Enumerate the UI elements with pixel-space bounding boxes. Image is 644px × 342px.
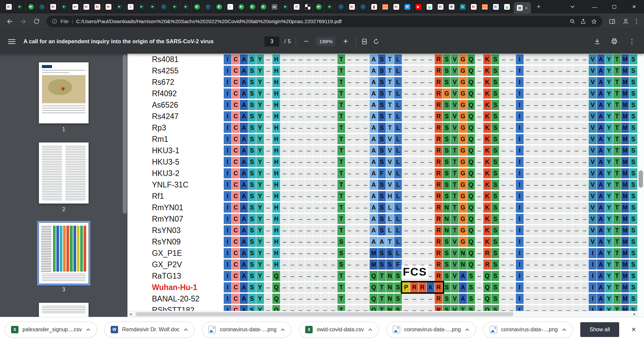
zoom-in-button[interactable]: + bbox=[341, 37, 351, 46]
browser-tab[interactable] bbox=[302, 2, 313, 12]
browser-tab[interactable]: ▶ bbox=[59, 2, 70, 12]
browser-tab[interactable]: B! bbox=[92, 2, 103, 12]
browser-tab[interactable]: Y! bbox=[291, 2, 302, 12]
bookmark-star-icon[interactable] bbox=[591, 18, 597, 24]
browser-tab[interactable]: ▶ bbox=[413, 2, 424, 12]
browser-tab[interactable]: ▶ bbox=[192, 2, 203, 12]
page-thumbnail-partial[interactable] bbox=[39, 303, 89, 317]
fit-page-icon[interactable] bbox=[361, 38, 368, 45]
browser-tab[interactable]: ▶ bbox=[258, 2, 269, 12]
browser-tab[interactable]: ▶ bbox=[247, 2, 258, 12]
scroll-right-icon[interactable]: ► bbox=[633, 312, 636, 316]
browser-tab[interactable]: B! bbox=[346, 2, 358, 12]
download-icon[interactable] bbox=[594, 38, 601, 45]
browser-tab[interactable]: ● bbox=[335, 2, 346, 12]
chip-expand-chevron-icon[interactable] bbox=[183, 327, 188, 333]
rotate-icon[interactable] bbox=[373, 38, 380, 45]
browser-tab[interactable]: B bbox=[446, 2, 457, 12]
browser-tab[interactable]: ● bbox=[203, 2, 214, 12]
browser-tab[interactable]: ▶ bbox=[236, 2, 247, 12]
sidebar-scrollbar[interactable] bbox=[123, 54, 127, 214]
browser-tab[interactable]: ▶ bbox=[214, 2, 225, 12]
download-chip[interactable]: Xowid-covid-data.csv bbox=[299, 322, 379, 338]
new-tab-button[interactable]: + bbox=[534, 2, 544, 12]
thumbnail-item[interactable]: 1 bbox=[39, 62, 89, 132]
browser-tab[interactable]: ▶ bbox=[114, 2, 125, 12]
print-icon[interactable] bbox=[611, 38, 618, 45]
browser-tab[interactable]: ▶ bbox=[324, 2, 335, 12]
address-bar[interactable]: File | C:/Users/Paul/Downloads/Harrison%… bbox=[46, 16, 602, 27]
active-tab[interactable]: ▤ × bbox=[514, 2, 531, 13]
browser-tab[interactable]: g bbox=[501, 2, 513, 12]
browser-tab[interactable]: ✓ bbox=[225, 2, 236, 12]
thumbnail-item[interactable]: 2 bbox=[39, 142, 89, 213]
reload-button[interactable] bbox=[30, 15, 43, 28]
browser-menu-icon[interactable]: ⋮ bbox=[633, 17, 641, 25]
zoom-icon[interactable] bbox=[570, 18, 576, 24]
chip-expand-chevron-icon[interactable] bbox=[368, 327, 373, 333]
forward-button[interactable] bbox=[17, 15, 30, 28]
browser-tab[interactable]: ▶ bbox=[180, 2, 192, 12]
url-text[interactable]: C:/Users/Paul/Downloads/Harrison%20&%20S… bbox=[76, 18, 567, 24]
scroll-left-icon[interactable]: ◄ bbox=[129, 312, 132, 316]
browser-tab[interactable]: B! bbox=[490, 2, 501, 12]
browser-tab[interactable]: ▶ bbox=[280, 2, 291, 12]
profile-avatar-icon[interactable] bbox=[619, 15, 632, 28]
info-icon[interactable] bbox=[52, 18, 57, 24]
browser-tab[interactable]: ▶ bbox=[313, 2, 324, 12]
browser-tab[interactable] bbox=[479, 2, 490, 12]
browser-tab[interactable]: B! bbox=[391, 2, 402, 12]
thumbnail-item[interactable]: 3 bbox=[39, 223, 89, 293]
tab-search-chevron-icon[interactable] bbox=[567, 5, 579, 8]
chip-expand-chevron-icon[interactable] bbox=[465, 327, 470, 333]
downloads-close-icon[interactable]: × bbox=[627, 325, 641, 334]
browser-tab[interactable]: ▶ bbox=[136, 2, 147, 12]
chip-expand-chevron-icon[interactable] bbox=[562, 327, 567, 333]
browser-tab[interactable]: ● bbox=[158, 2, 169, 12]
back-button[interactable] bbox=[3, 15, 16, 28]
close-button[interactable]: × bbox=[624, 0, 644, 13]
download-chip[interactable]: Xpalexander_signup....csv bbox=[5, 322, 97, 338]
browser-tab[interactable]: ET bbox=[70, 2, 81, 12]
pdf-menu-kebab-icon[interactable]: ⋮ bbox=[628, 38, 636, 45]
browser-tab[interactable]: ▮ bbox=[369, 2, 380, 12]
browser-tab[interactable]: ● bbox=[37, 2, 48, 12]
vertical-scrollbar-thumb[interactable] bbox=[639, 170, 643, 188]
chip-expand-chevron-icon[interactable] bbox=[86, 327, 91, 333]
browser-tab[interactable]: ▶ bbox=[14, 2, 25, 12]
download-chip[interactable]: coronavirus-data-....png bbox=[483, 322, 573, 338]
page-thumbnail-cover[interactable] bbox=[39, 62, 89, 123]
browser-tab[interactable]: ● bbox=[358, 2, 369, 12]
page-thumbnail-text[interactable] bbox=[39, 142, 89, 204]
browser-tab[interactable]: ▶ bbox=[25, 2, 37, 12]
download-chip[interactable]: coronavirus-data-....png bbox=[202, 322, 291, 338]
tab-close-icon[interactable]: × bbox=[525, 5, 528, 10]
browser-tab[interactable]: B bbox=[457, 2, 468, 12]
browser-tab[interactable]: g bbox=[424, 2, 435, 12]
browser-tab[interactable]: B! bbox=[435, 2, 446, 12]
browser-tab[interactable]: ▶ bbox=[147, 2, 158, 12]
browser-tab[interactable]: ✉ bbox=[402, 2, 413, 12]
pdf-menu-icon[interactable] bbox=[8, 39, 15, 44]
horizontal-scrollbar-thumb[interactable] bbox=[136, 312, 514, 316]
browser-tab[interactable]: C bbox=[125, 2, 136, 12]
horizontal-scrollbar[interactable]: ◄ ► bbox=[127, 311, 638, 317]
page-number-input[interactable]: 3 bbox=[264, 37, 279, 47]
vertical-scrollbar[interactable] bbox=[638, 54, 644, 317]
browser-tab[interactable]: B! bbox=[48, 2, 59, 12]
zoom-out-button[interactable]: − bbox=[301, 37, 311, 46]
chip-expand-chevron-icon[interactable] bbox=[280, 327, 285, 333]
browser-tab[interactable] bbox=[380, 2, 391, 12]
share-icon[interactable] bbox=[580, 18, 586, 24]
browser-tab[interactable]: ▶ bbox=[169, 2, 180, 12]
browser-tab[interactable]: B! bbox=[103, 2, 114, 12]
download-chip[interactable]: WRemdesivir Dr. Wolf.doc bbox=[104, 322, 195, 338]
show-all-downloads-button[interactable]: Show all bbox=[580, 322, 619, 337]
browser-tab[interactable]: GZ bbox=[269, 2, 280, 12]
thumbnail-item[interactable] bbox=[39, 303, 89, 317]
browser-tab[interactable]: B! bbox=[81, 2, 92, 12]
side-panel-icon[interactable] bbox=[606, 15, 619, 28]
download-chip[interactable]: coronavirus-data-....png bbox=[386, 322, 476, 338]
maximize-button[interactable] bbox=[604, 0, 624, 13]
minimize-button[interactable]: — bbox=[585, 0, 604, 13]
